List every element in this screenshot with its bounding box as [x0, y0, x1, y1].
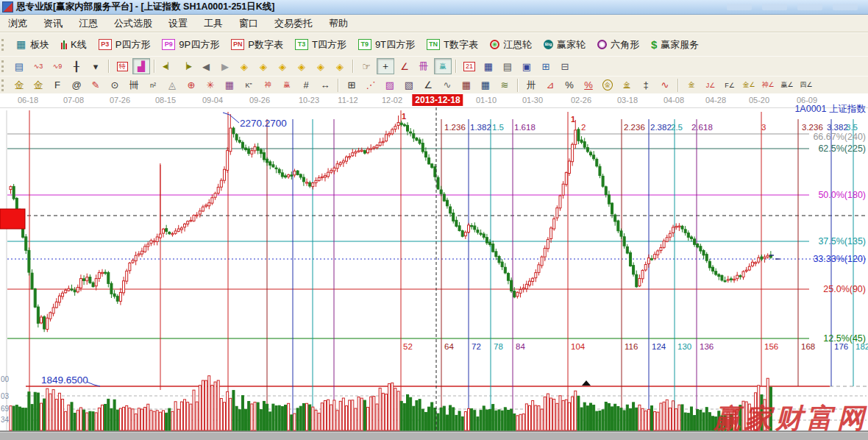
shen-icon[interactable]: 神	[259, 77, 277, 93]
diamond-right-icon[interactable]: ◈	[255, 58, 272, 74]
ruler-123-icon[interactable]: #	[297, 77, 315, 93]
gann-grid2-icon[interactable]: ▦	[477, 77, 494, 93]
gann-gold-split-icon[interactable]: 金	[10, 77, 28, 93]
bars-scale-icon[interactable]: 卅	[522, 77, 540, 93]
zigzag-icon[interactable]: ∿	[438, 77, 456, 93]
gann-grid-icon[interactable]: ▦	[458, 77, 475, 93]
toolbtn-P数字表[interactable]: PNP数字表	[225, 37, 289, 53]
toolbtn-T数字表[interactable]: TNT数字表	[421, 37, 484, 53]
menu-item-5[interactable]: 工具	[196, 15, 231, 32]
menu-item-1[interactable]: 资讯	[35, 15, 71, 32]
menu-item-4[interactable]: 设置	[160, 15, 196, 32]
wheel-tool-icon[interactable]: 赢	[434, 58, 452, 74]
gold-line-icon[interactable]: 金	[618, 77, 636, 93]
menu-item-6[interactable]: 窗口	[231, 15, 266, 32]
diamond-both-icon[interactable]: ◈	[274, 58, 291, 74]
ying-icon[interactable]: 赢	[278, 77, 296, 93]
titlebar-blur-item[interactable]	[727, 4, 752, 10]
flag-icon[interactable]: ‡	[637, 77, 655, 93]
three-lines-icon[interactable]: ≋	[496, 77, 513, 93]
fan-dark-icon[interactable]: ▧	[400, 77, 418, 93]
four-angle-icon[interactable]: 四∠	[797, 77, 815, 93]
menu-item-2[interactable]: 江恩	[71, 15, 106, 32]
tally-icon[interactable]: 卌	[125, 77, 143, 93]
calculator-icon[interactable]: ▦	[480, 58, 497, 74]
skip-end-icon[interactable]: ▕▶	[178, 58, 196, 74]
prev-icon[interactable]: ◀	[197, 58, 215, 74]
toolbtn-9T四方形[interactable]: T99T四方形	[352, 37, 421, 53]
gann-tool-icon[interactable]: 冊	[415, 58, 433, 74]
toolbtn-板块[interactable]: ▦板块	[10, 37, 55, 53]
menu-item-7[interactable]: 交易委托	[266, 15, 321, 32]
toolbar-grip[interactable]	[1, 39, 7, 51]
kline-style-icon[interactable]: ╂	[68, 58, 85, 74]
bottom-scrollbar[interactable]	[0, 431, 868, 440]
box-axes-icon[interactable]: ⊞	[343, 77, 360, 93]
fan-box-icon[interactable]: ▨	[381, 77, 399, 93]
f-angle-icon[interactable]: F∠	[721, 77, 739, 93]
toolbtn-9P四方形[interactable]: P99P四方形	[156, 37, 225, 53]
toolbtn-江恩轮[interactable]: 江恩轮	[484, 37, 538, 53]
next-icon[interactable]: ▶	[216, 58, 234, 74]
titlebar-blur-item[interactable]	[762, 4, 787, 10]
angle-a-icon[interactable]: ◬	[163, 77, 181, 93]
titlebar-blur-item[interactable]	[833, 4, 858, 10]
kline-style-caret-icon[interactable]: ▾	[87, 58, 104, 74]
diamond-expand-icon[interactable]: ◈	[331, 58, 349, 74]
crosshair-tool-icon[interactable]: ＋	[377, 58, 394, 74]
chart-9-icon[interactable]: ∿9	[49, 58, 66, 74]
spiral-icon[interactable]: @	[68, 77, 85, 93]
angles-icon[interactable]: ∠	[419, 77, 437, 93]
computer-icon[interactable]: ⊟	[556, 58, 574, 74]
skip-start-icon[interactable]: ◀▏	[159, 58, 177, 74]
save-icon[interactable]: ▣	[518, 58, 536, 74]
gann-gold-icon[interactable]: 金	[29, 77, 47, 93]
percent-icon[interactable]: %	[561, 77, 578, 93]
web-icon[interactable]: ✳	[202, 77, 219, 93]
toolbar-grip[interactable]	[1, 60, 7, 72]
menu-item-3[interactable]: 公式选股	[106, 15, 160, 32]
percent-tri-icon[interactable]: ⊿	[541, 77, 559, 93]
wave-red-icon[interactable]: ∿	[656, 77, 674, 93]
span-arrow-icon[interactable]: ↔	[316, 77, 334, 93]
gold-angle-icon[interactable]: 金∠	[740, 77, 758, 93]
network-icon[interactable]: ⊞	[537, 58, 555, 74]
toolbtn-赢家服务[interactable]: $赢家服务	[645, 37, 705, 53]
calendar-icon[interactable]: 21	[460, 58, 478, 74]
diamond-star-icon[interactable]: ◈	[293, 58, 310, 74]
toolbtn-六角形[interactable]: 六角形	[591, 37, 645, 53]
n2-icon[interactable]: n²	[144, 77, 162, 93]
percent-line-icon[interactable]: %	[580, 77, 597, 93]
stamp-icon[interactable]: 特	[113, 58, 131, 74]
fan-red-icon[interactable]: ⋰	[362, 77, 380, 93]
angle-tool-icon[interactable]: ∠	[396, 58, 413, 74]
ying-angle-icon[interactable]: 赢∠	[778, 77, 796, 93]
titlebar-blur-item[interactable]	[797, 4, 822, 10]
toolbtn-P四方形[interactable]: P3P四方形	[93, 37, 157, 53]
toolbtn-T四方形[interactable]: T3T四方形	[289, 37, 352, 53]
k-quote-icon[interactable]: K”	[240, 77, 257, 93]
menu-item-0[interactable]: 浏览	[0, 15, 35, 32]
menu-item-8[interactable]: 帮助	[321, 15, 356, 32]
notes-icon[interactable]: ▤	[499, 58, 516, 74]
grid-box-icon[interactable]: ▦	[221, 77, 238, 93]
toolbtn-K线[interactable]: K线	[55, 37, 93, 53]
circle-cycle-icon[interactable]: ⊙	[106, 77, 124, 93]
hand-tool-icon[interactable]: ☞	[357, 58, 375, 74]
color-chart-icon[interactable]: ▟	[132, 58, 150, 74]
kline-chart-canvas[interactable]	[0, 107, 868, 431]
gold-circle-icon[interactable]: 金	[599, 77, 616, 93]
brush-icon[interactable]: ✎	[87, 77, 104, 93]
report-icon[interactable]: ▤	[10, 58, 28, 74]
toolbtn-赢家轮[interactable]: Big赢家轮	[538, 37, 591, 53]
shen-angle-icon[interactable]: 神∠	[759, 77, 777, 93]
diamond-cross-icon[interactable]: ◈	[312, 58, 330, 74]
date-tick-label: 07-26	[110, 96, 130, 104]
toolbar-grip[interactable]	[1, 79, 7, 91]
j-angle-icon[interactable]: J∠	[702, 77, 719, 93]
chart-3-icon[interactable]: ∿3	[29, 58, 47, 74]
diamond-left-icon[interactable]: ◈	[235, 58, 253, 74]
fibonacci-f-icon[interactable]: F	[49, 77, 66, 93]
gold-bars-icon[interactable]: 金	[683, 77, 700, 93]
compass-icon[interactable]: ⊕	[182, 77, 200, 93]
